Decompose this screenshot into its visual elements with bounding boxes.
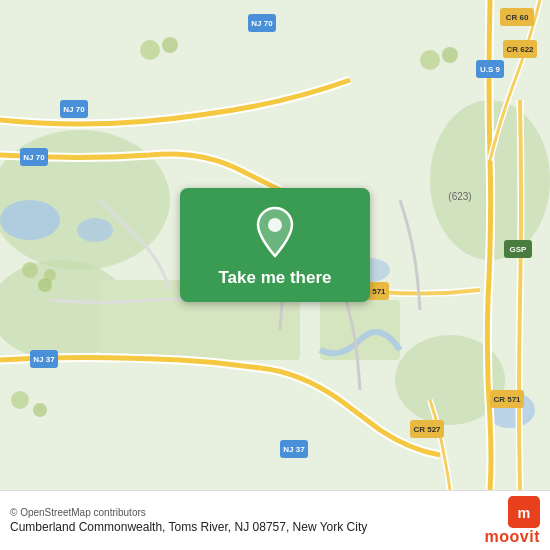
svg-point-41 [420, 50, 440, 70]
svg-text:NJ 70: NJ 70 [251, 19, 273, 28]
svg-text:NJ 70: NJ 70 [23, 153, 45, 162]
svg-text:NJ 37: NJ 37 [283, 445, 305, 454]
osm-attribution: © OpenStreetMap contributors [10, 507, 367, 518]
take-me-there-label: Take me there [218, 268, 331, 288]
svg-point-39 [140, 40, 160, 60]
svg-text:GSP: GSP [510, 245, 528, 254]
bottom-left: © OpenStreetMap contributors Cumberland … [10, 507, 367, 534]
svg-point-40 [162, 37, 178, 53]
address-text: Cumberland Commonwealth, Toms River, NJ … [10, 520, 367, 534]
address-line2: New York City [293, 520, 368, 534]
moovit-logo-wrap: m moovit [485, 496, 540, 546]
svg-point-7 [0, 200, 60, 240]
svg-point-44 [33, 403, 47, 417]
map-container: NJ 70 U.S 9 NJ 70 NJ 70 NJ 37 NJ 37 CR 5… [0, 0, 550, 490]
svg-point-36 [22, 262, 38, 278]
svg-text:(623): (623) [448, 191, 471, 202]
moovit-icon: m [508, 496, 540, 528]
bottom-bar: © OpenStreetMap contributors Cumberland … [0, 490, 550, 550]
address-line1: Cumberland Commonwealth, Toms River, NJ … [10, 520, 289, 534]
svg-text:CR 622: CR 622 [506, 45, 534, 54]
location-pin-icon [253, 206, 297, 258]
svg-text:CR 571: CR 571 [493, 395, 521, 404]
svg-point-42 [442, 47, 458, 63]
svg-text:CR 60: CR 60 [506, 13, 529, 22]
moovit-label: moovit [485, 528, 540, 546]
svg-text:U.S 9: U.S 9 [480, 65, 501, 74]
svg-text:NJ 37: NJ 37 [33, 355, 55, 364]
svg-text:CR 527: CR 527 [413, 425, 441, 434]
svg-point-43 [11, 391, 29, 409]
take-me-there-button[interactable]: Take me there [180, 188, 370, 302]
svg-point-38 [38, 278, 52, 292]
svg-point-45 [268, 218, 282, 232]
svg-text:m: m [518, 505, 531, 521]
svg-text:NJ 70: NJ 70 [63, 105, 85, 114]
svg-point-8 [77, 218, 113, 242]
